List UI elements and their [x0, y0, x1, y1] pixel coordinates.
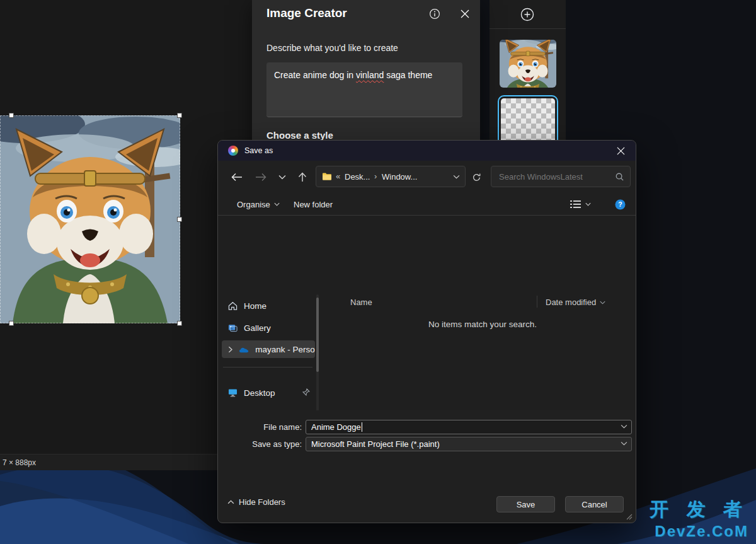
paint-app-icon [228, 146, 238, 156]
column-header-date-modified[interactable]: Date modified [546, 298, 605, 307]
view-options-button[interactable] [570, 196, 591, 212]
help-icon: ? [615, 199, 626, 210]
choose-style-label: Choose a style [266, 130, 333, 141]
result-thumbnail-image[interactable] [500, 40, 556, 88]
sidebar-item-label: mayank - Person [255, 345, 315, 354]
forward-button[interactable] [252, 169, 270, 185]
hide-folders-label: Hide Folders [239, 497, 285, 507]
dialog-fields: File name: Anime Dogge Save as type: Mic… [218, 410, 636, 468]
address-dropdown-chevron-icon[interactable] [453, 175, 460, 179]
dialog-titlebar[interactable]: Save as [218, 141, 636, 161]
address-bar[interactable]: « Desk... › Window... [316, 166, 466, 187]
sidebar-item-label: Desktop [244, 388, 275, 398]
hide-folders-button[interactable]: Hide Folders [227, 497, 285, 507]
refresh-button[interactable] [467, 169, 485, 185]
canvas-image[interactable] [0, 115, 180, 323]
sidebar-scrollbar-thumb[interactable] [316, 298, 319, 372]
chevron-down-icon [600, 301, 605, 304]
selection-handle[interactable] [177, 321, 182, 326]
cancel-button[interactable]: Cancel [565, 496, 624, 512]
canvas-dimensions-label: 7 × 888px [3, 458, 36, 467]
desktop-icon [228, 388, 238, 397]
dialog-content: Home Gallery mayank - Person Desktop Dow… [218, 216, 636, 410]
sidebar-item-downloads[interactable]: Downloads [222, 406, 315, 410]
prompt-textarea[interactable]: Create anime dog in vinland saga theme [266, 62, 462, 117]
pin-icon [302, 388, 310, 396]
selection-handle[interactable] [177, 217, 182, 222]
results-topbar [490, 0, 566, 29]
close-icon[interactable] [613, 143, 628, 158]
column-label: Date modified [546, 298, 596, 307]
sidebar-separator [223, 367, 312, 367]
desktop: 7 × 888px Image Creator Describe what yo… [0, 0, 756, 544]
transparent-checkerboard [501, 98, 555, 143]
chevron-down-icon [274, 202, 280, 206]
gallery-icon [228, 323, 238, 333]
prompt-text: Create anime dog in [274, 70, 356, 80]
sidebar-item-label: Home [244, 301, 266, 311]
new-folder-button[interactable]: New folder [294, 196, 333, 212]
sidebar-item-home[interactable]: Home [222, 297, 315, 315]
search-input[interactable] [491, 166, 630, 187]
breadcrumb-overflow-icon[interactable]: « [336, 171, 340, 181]
sidebar-item-desktop[interactable]: Desktop [222, 384, 315, 402]
file-name-value: Anime Dogge [311, 422, 361, 432]
chevron-down-icon[interactable] [621, 424, 627, 429]
breadcrumb-segment[interactable]: Desk... [345, 172, 370, 182]
sidebar-item-label: Gallery [244, 323, 271, 333]
column-header-name[interactable]: Name [350, 298, 372, 307]
home-icon [228, 301, 238, 311]
cancel-label: Cancel [581, 500, 607, 509]
save-label: Save [517, 500, 536, 509]
onedrive-icon [239, 346, 249, 353]
view-list-icon [570, 199, 581, 209]
empty-list-message: No items match your search. [382, 320, 583, 329]
organise-label: Organise [237, 200, 270, 209]
chevron-up-icon [227, 500, 234, 504]
save-as-type-value: Microsoft Paint Project File (*.paint) [311, 439, 440, 449]
sidebar-item-gallery[interactable]: Gallery [222, 319, 315, 337]
chevron-down-icon[interactable] [621, 441, 627, 446]
recent-locations-chevron-icon[interactable] [273, 169, 291, 185]
save-as-type-label: Save as type: [221, 439, 302, 449]
selection-handle[interactable] [9, 321, 14, 326]
file-name-label: File name: [221, 422, 302, 432]
column-divider[interactable] [537, 296, 537, 308]
file-name-input[interactable]: Anime Dogge [306, 420, 632, 434]
prompt-misspelled-word: vinland [356, 70, 384, 80]
breadcrumb-segment[interactable]: Window... [382, 172, 417, 182]
selection-handle[interactable] [9, 113, 14, 118]
up-button[interactable] [294, 169, 311, 185]
prompt-label: Describe what you'd like to create [266, 43, 398, 53]
search-icon[interactable] [615, 172, 624, 182]
dialog-title: Save as [244, 141, 273, 161]
help-button[interactable]: ? [615, 196, 626, 212]
selection-handle[interactable] [177, 113, 182, 118]
chevron-down-icon [585, 202, 591, 206]
prompt-text: saga theme [384, 70, 432, 80]
text-caret [362, 422, 362, 432]
chevron-right-icon [228, 346, 232, 353]
image-creator-title: Image Creator [266, 6, 347, 20]
search-box[interactable] [491, 166, 631, 187]
info-icon[interactable] [427, 6, 442, 21]
new-folder-label: New folder [294, 200, 333, 209]
save-as-type-select[interactable]: Microsoft Paint Project File (*.paint) [306, 437, 632, 451]
folder-icon [322, 172, 332, 181]
organise-menu[interactable]: Organise [237, 196, 280, 212]
save-button[interactable]: Save [496, 496, 555, 512]
back-button[interactable] [228, 169, 246, 185]
sidebar-item-onedrive-personal[interactable]: mayank - Person [222, 340, 315, 358]
resize-grip[interactable] [625, 512, 633, 520]
chevron-right-icon: › [374, 171, 377, 181]
column-label: Name [350, 298, 372, 307]
close-icon[interactable] [457, 6, 472, 21]
plus-icon[interactable] [520, 7, 535, 22]
result-thumbnail-selected-transparent[interactable] [498, 95, 558, 146]
save-as-dialog: Save as « Desk... › Window... [217, 140, 636, 523]
svg-text:?: ? [618, 200, 622, 208]
